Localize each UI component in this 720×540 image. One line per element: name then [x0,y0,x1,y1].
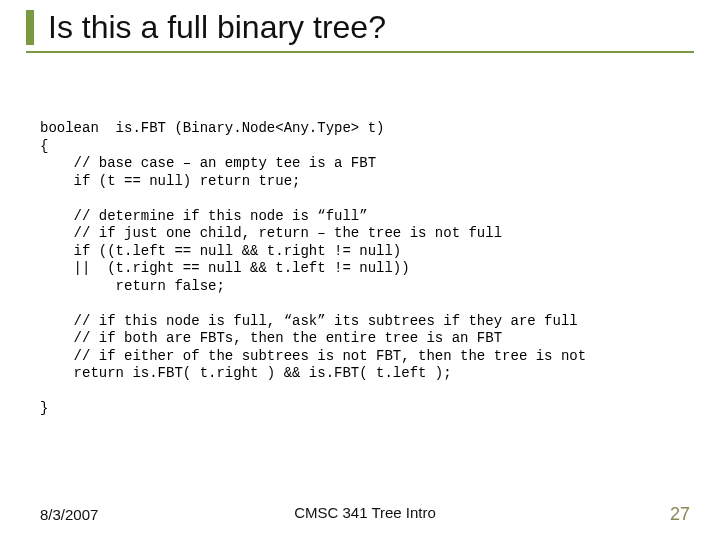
title-underline [26,51,694,53]
code-block: boolean is.FBT (Binary.Node<Any.Type> t)… [40,120,680,418]
slide: Is this a full binary tree? boolean is.F… [0,0,720,540]
title-wrap: Is this a full binary tree? [26,10,694,53]
slide-title: Is this a full binary tree? [26,10,694,45]
footer-center: CMSC 341 Tree Intro [40,504,690,521]
footer: 8/3/2007 CMSC 341 Tree Intro 27 [40,504,690,525]
